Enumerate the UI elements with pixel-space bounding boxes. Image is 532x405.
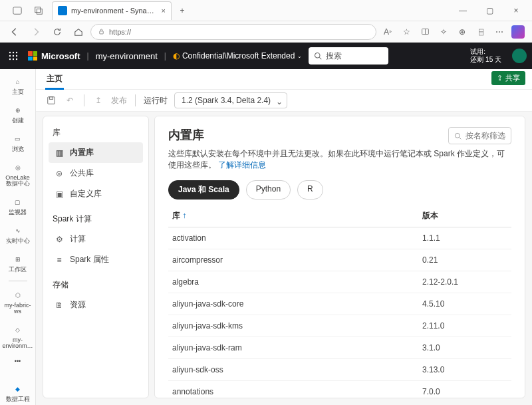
sidebar-item-resources[interactable]: 🗎资源 [49, 295, 143, 315]
brand-logo[interactable]: Microsoft [28, 51, 80, 61]
page-title: 内置库 [168, 127, 204, 143]
confidential-badge[interactable]: ◐ Confidential\Microsoft Extended ⌄ [173, 51, 302, 61]
table-row[interactable]: aliyun-java-sdk-kms2.11.0 [168, 315, 511, 337]
browser-tabs-icon[interactable] [29, 1, 48, 20]
rail-environment[interactable]: ◇my-environm… [3, 321, 33, 352]
browser-tab-active[interactable]: my-environment - Synapse Dat… × [52, 1, 172, 20]
collections-icon[interactable]: ⊕ [454, 23, 471, 41]
rail-workspace[interactable]: ⊞工作区 [3, 251, 33, 275]
browser-profile-icon[interactable] [8, 1, 27, 20]
svg-point-7 [16, 52, 17, 53]
reading-mode-icon[interactable]: A» [379, 23, 396, 41]
table-row[interactable]: aliyun-sdk-oss3.13.0 [168, 359, 511, 381]
rail-realtime[interactable]: ∿实时中心 [3, 222, 33, 247]
pill-r[interactable]: R [297, 180, 323, 200]
package-icon: ▣ [54, 189, 65, 200]
publish-icon[interactable]: ↥ [92, 94, 104, 106]
favorites-bar-icon[interactable]: ✧ [435, 23, 452, 41]
tab-home[interactable]: 主页 [45, 69, 64, 90]
refresh-button[interactable] [48, 23, 66, 41]
table-row[interactable]: aircompressor0.21 [168, 249, 511, 271]
svg-point-10 [16, 55, 17, 57]
rail-more[interactable]: ••• [3, 356, 33, 367]
cell-library: aliyun-java-sdk-kms [168, 315, 418, 337]
save-icon[interactable] [45, 94, 57, 106]
cell-library: aliyun-sdk-oss [168, 359, 418, 381]
url-input[interactable]: https:// [90, 24, 376, 40]
minimize-button[interactable]: — [450, 0, 476, 21]
svg-point-11 [9, 59, 11, 60]
svg-point-12 [13, 59, 14, 60]
cell-version: 1.1.1 [418, 227, 511, 249]
avatar[interactable] [512, 49, 527, 63]
close-icon[interactable]: × [162, 7, 166, 15]
close-window-button[interactable]: × [503, 0, 529, 21]
copilot-button[interactable] [509, 23, 527, 41]
url-text: https:// [109, 28, 131, 36]
table-row[interactable]: activation1.1.1 [168, 227, 511, 249]
filter-placeholder: 按名称筛选 [466, 130, 505, 142]
tab-favicon [58, 6, 67, 15]
favorite-icon[interactable]: ☆ [398, 23, 415, 41]
svg-point-14 [315, 53, 321, 59]
tab-title: my-environment - Synapse Dat… [71, 7, 158, 15]
column-library[interactable]: 库 ↑ [168, 205, 418, 227]
chevron-down-icon: ⌄ [276, 97, 283, 106]
publish-label[interactable]: 发布 [111, 95, 127, 106]
pill-java-scala[interactable]: Java 和 Scala [168, 180, 239, 200]
pill-python[interactable]: Python [246, 180, 291, 200]
rail-browse[interactable]: ▭浏览 [3, 130, 33, 155]
sidebar-item-custom[interactable]: ▣自定义库 [49, 184, 143, 204]
svg-rect-3 [100, 31, 104, 34]
library-table: 库 ↑ 版本 activation1.1.1aircompressor0.21a… [168, 205, 511, 398]
undo-icon[interactable]: ↶ [64, 94, 76, 106]
rail-monitor[interactable]: ▢监视器 [3, 194, 33, 218]
cell-version: 4.5.10 [418, 293, 511, 315]
side-panel: 库 ▥内置库 ⊜公共库 ▣自定义库 Spark 计算 ⚙计算 ≡Spark 属性… [43, 116, 149, 398]
more-icon[interactable]: ⋯ [491, 23, 508, 41]
sidebar-item-spark-props[interactable]: ≡Spark 属性 [49, 249, 143, 270]
maximize-button[interactable]: ▢ [476, 0, 503, 21]
split-icon[interactable] [416, 23, 434, 41]
search-input[interactable]: 搜索 [309, 47, 388, 65]
sidebar-item-compute[interactable]: ⚙计算 [49, 229, 143, 249]
filter-input[interactable]: 按名称筛选 [448, 127, 511, 144]
learn-more-link[interactable]: 了解详细信息 [218, 160, 266, 170]
column-version[interactable]: 版本 [418, 205, 511, 227]
home-button[interactable] [69, 23, 88, 41]
home-icon: ⌂ [12, 76, 24, 88]
new-tab-button[interactable]: + [173, 1, 192, 20]
sidebar-item-public[interactable]: ⊜公共库 [49, 163, 143, 184]
sidebar-item-builtin[interactable]: ▥内置库 [49, 142, 143, 163]
cell-version: 2.12-2.0.1 [418, 271, 511, 293]
environment-name[interactable]: my-environment [96, 51, 158, 61]
rail-create[interactable]: ⊕创建 [3, 102, 33, 126]
svg-rect-2 [37, 9, 42, 14]
share-button[interactable]: ⇪共享 [491, 71, 525, 85]
cell-version: 2.11.0 [418, 315, 511, 337]
svg-point-5 [9, 52, 11, 53]
toolbar: ↶ ↥ 发布 运行时 1.2 (Spark 3.4, Delta 2.4) ⌄ [36, 89, 532, 112]
table-row[interactable]: algebra2.12-2.0.1 [168, 271, 511, 293]
table-row[interactable]: aliyun-java-sdk-core4.5.10 [168, 293, 511, 315]
svg-point-8 [9, 55, 11, 57]
app-launcher-icon[interactable] [5, 48, 21, 64]
table-row[interactable]: aliyun-java-sdk-ram3.1.0 [168, 337, 511, 359]
search-placeholder: 搜索 [326, 51, 342, 62]
back-button[interactable] [5, 23, 24, 41]
rail-fabric-ws[interactable]: ⬡my-fabric-ws [3, 287, 33, 317]
svg-point-13 [16, 59, 17, 60]
svg-rect-0 [13, 7, 21, 14]
trial-badge[interactable]: 试用: 还剩 15 天 [470, 48, 501, 64]
search-icon [314, 52, 322, 60]
rail-home[interactable]: ⌂主页 [3, 73, 33, 98]
table-row[interactable]: annotations7.0.0 [168, 381, 511, 399]
runtime-selector[interactable]: 1.2 (Spark 3.4, Delta 2.4) ⌄ [174, 92, 287, 108]
file-icon: 🗎 [54, 300, 65, 311]
chevron-down-icon: ⌄ [297, 53, 302, 59]
rail-onelake[interactable]: ◎OneLake 数据中心 [3, 159, 33, 190]
extensions-icon[interactable]: ⌸ [472, 23, 489, 41]
cell-version: 7.0.0 [418, 381, 511, 399]
rail-engineering[interactable]: ◆数据工程 [3, 380, 33, 405]
language-pills: Java 和 Scala Python R [168, 180, 511, 200]
